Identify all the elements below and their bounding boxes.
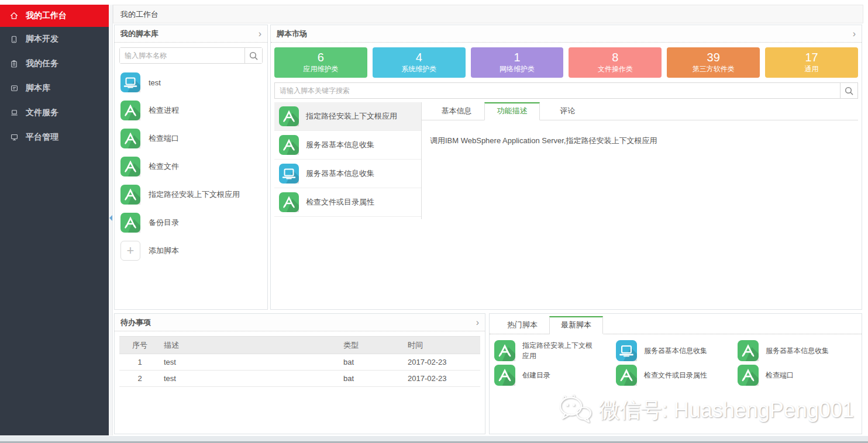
category-label: 应用维护类	[274, 64, 367, 74]
tab-latest-scripts[interactable]: 最新脚本	[549, 316, 603, 334]
script-label: 检查端口	[149, 133, 179, 144]
my-scripts-header: 我的脚本库 ›	[115, 25, 267, 43]
laptop-script-icon	[616, 340, 637, 361]
category-count: 17	[765, 50, 858, 64]
script-label: 检查文件	[149, 161, 179, 172]
category-label: 网络维护类	[471, 64, 564, 74]
mobile-icon	[9, 34, 19, 44]
keyword-search-input[interactable]	[275, 83, 840, 98]
tab-feature-desc[interactable]: 功能描述	[484, 102, 540, 120]
detail-tabbar: 基本信息 功能描述 评论	[422, 102, 858, 120]
sidebar-item-script-lib[interactable]: 脚本库	[0, 76, 109, 101]
script-label: 指定路径安装上下文根应用	[522, 340, 598, 361]
grid-item[interactable]: 检查端口	[738, 365, 857, 386]
sidebar-item-workbench[interactable]: 我的工作台	[0, 5, 109, 27]
sidebar-item-file-service[interactable]: 文件服务	[0, 101, 109, 125]
content: 我的工作台 我的脚本库 › test 检查进程	[113, 5, 863, 435]
list-item[interactable]: 检查进程	[115, 96, 267, 124]
col-time: 时间	[404, 337, 480, 354]
category-label: 通用	[765, 64, 858, 74]
sidebar-splitter[interactable]	[109, 5, 113, 435]
sidebar-item-script-dev[interactable]: 脚本开发	[0, 27, 109, 51]
market-script-item[interactable]: 服务器基本信息收集	[274, 131, 421, 160]
search-button[interactable]	[244, 48, 262, 63]
grid-item[interactable]: 服务器基本信息收集	[738, 340, 857, 361]
script-name-input[interactable]	[120, 48, 244, 63]
my-scripts-panel: 我的脚本库 › test 检查进程	[114, 25, 268, 310]
script-label: 创建目录	[522, 370, 598, 380]
grid-item[interactable]: 服务器基本信息收集	[616, 340, 735, 361]
list-item[interactable]: 备份目录	[115, 209, 267, 237]
chevron-right-icon[interactable]: ›	[259, 29, 261, 39]
table-row[interactable]: 2 test bat 2017-02-23	[119, 371, 480, 387]
app-store-icon	[120, 129, 140, 148]
list-item[interactable]: 检查端口	[115, 124, 267, 153]
col-type: 类型	[340, 337, 404, 354]
app-store-icon	[738, 365, 759, 386]
category-card-general[interactable]: 17 通用	[765, 47, 858, 78]
list-item[interactable]: test	[115, 68, 267, 96]
script-label: 检查进程	[149, 105, 179, 116]
script-label: 指定路径安装上下文根应用	[306, 111, 397, 122]
tab-comments[interactable]: 评论	[540, 102, 595, 120]
market-script-item[interactable]: 检查文件或目录属性	[274, 188, 421, 217]
category-count: 4	[373, 50, 466, 64]
add-script-item[interactable]: + 添加脚本	[115, 237, 267, 265]
script-label: 检查文件或目录属性	[644, 370, 720, 380]
chevron-right-icon[interactable]: ›	[476, 318, 479, 327]
category-card-network-maintenance[interactable]: 1 网络维护类	[471, 47, 564, 78]
grid-item[interactable]: 创建目录	[494, 365, 614, 386]
latest-tabbar: 热门脚本 最新脚本	[490, 316, 862, 334]
category-card-system-maintenance[interactable]: 4 系统维护类	[373, 47, 466, 78]
laptop-script-icon	[120, 72, 140, 92]
market-body: 指定路径安装上下文根应用 服务器基本信息收集 服务器基本信息收集 检查文件或目录…	[274, 102, 858, 219]
app-store-icon	[616, 365, 637, 386]
grid-item[interactable]: 指定路径安装上下文根应用	[494, 340, 614, 361]
col-no: 序号	[119, 337, 160, 354]
latest-scripts-grid: 指定路径安装上下文根应用 服务器基本信息收集 服务器基本信息收集 创建目录 检查…	[490, 334, 862, 392]
list-item[interactable]: 检查文件	[115, 153, 267, 181]
app-store-icon	[120, 185, 140, 205]
category-card-third-party[interactable]: 39 第三方软件类	[667, 47, 760, 78]
page: 我的工作台 脚本开发 我的任务 脚本库 文件服务	[0, 0, 868, 443]
market-script-item[interactable]: 服务器基本信息收集	[274, 160, 421, 188]
collapse-arrow-icon	[109, 215, 112, 221]
app-store-icon	[494, 365, 515, 386]
sidebar-item-platform-mgmt[interactable]: 平台管理	[0, 125, 109, 150]
category-card-file-ops[interactable]: 8 文件操作类	[569, 47, 662, 78]
category-card-app-maintenance[interactable]: 6 应用维护类	[274, 47, 367, 78]
chevron-right-icon[interactable]: ›	[853, 29, 856, 39]
category-count: 6	[274, 50, 367, 64]
app-store-icon	[279, 135, 299, 155]
sidebar-item-label: 文件服务	[26, 108, 58, 118]
category-count: 8	[569, 50, 662, 64]
category-label: 文件操作类	[569, 64, 662, 74]
script-label: 服务器基本信息收集	[306, 140, 374, 150]
script-label: 指定路径安装上下文根应用	[149, 189, 240, 200]
table-row[interactable]: 1 test bat 2017-02-23	[119, 354, 480, 371]
col-desc: 描述	[160, 337, 340, 354]
list-item[interactable]: 指定路径安装上下文根应用	[115, 181, 267, 209]
sidebar-item-my-tasks[interactable]: 我的任务	[0, 51, 109, 76]
grid-item[interactable]: 检查文件或目录属性	[616, 365, 735, 386]
script-market-panel: 脚本市场 › 6 应用维护类 4 系统维护类 1 网络维护类 8 文	[270, 25, 862, 310]
book-icon	[9, 84, 19, 93]
market-script-item[interactable]: 指定路径安装上下文根应用	[274, 102, 421, 131]
sidebar-item-label: 脚本库	[26, 83, 50, 94]
horizontal-scrollbar-track[interactable]	[0, 436, 868, 441]
todo-header: 待办事项 ›	[115, 314, 485, 331]
panel-title: 脚本市场	[277, 29, 307, 39]
sidebar-item-label: 脚本开发	[26, 34, 58, 44]
panel-title: 我的脚本库	[120, 29, 159, 39]
app-store-icon	[279, 192, 299, 212]
category-label: 第三方软件类	[667, 64, 760, 74]
sidebar-item-label: 平台管理	[26, 132, 58, 143]
market-header: 脚本市场 ›	[271, 25, 862, 43]
clipboard-icon	[9, 59, 19, 68]
search-button[interactable]	[840, 83, 857, 98]
category-cards: 6 应用维护类 4 系统维护类 1 网络维护类 8 文件操作类 39 第三方	[274, 47, 858, 78]
plus-icon: +	[120, 241, 140, 261]
tab-basic-info[interactable]: 基本信息	[429, 102, 484, 120]
app-store-icon	[120, 157, 140, 176]
tab-hot-scripts[interactable]: 热门脚本	[495, 316, 549, 334]
